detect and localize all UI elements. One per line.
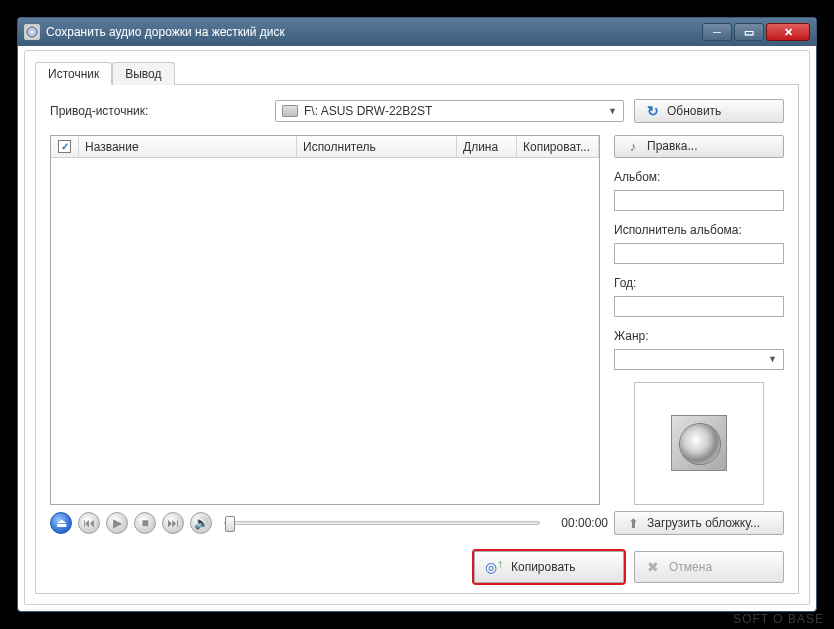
column-artist[interactable]: Исполнитель <box>297 136 457 157</box>
load-cover-button[interactable]: Загрузить обложку... <box>614 511 784 535</box>
tab-output-label: Вывод <box>125 67 161 81</box>
svg-point-1 <box>31 31 34 34</box>
cancel-button-label: Отмена <box>669 560 712 574</box>
titlebar[interactable]: Сохранить аудио дорожки на жесткий диск … <box>18 18 816 46</box>
edit-button-label: Правка... <box>647 139 698 153</box>
column-length[interactable]: Длина <box>457 136 517 157</box>
column-name[interactable]: Название <box>79 136 297 157</box>
year-label: Год: <box>614 276 784 290</box>
source-drive-label: Привод-источник: <box>50 104 265 118</box>
refresh-button-label: Обновить <box>667 104 721 118</box>
tab-source-body: Привод-источник: F\: ASUS DRW-22B2ST ▼ О… <box>35 85 799 594</box>
album-field[interactable] <box>614 190 784 211</box>
seek-slider[interactable] <box>224 521 540 525</box>
minimize-button[interactable]: ─ <box>702 23 732 41</box>
window-title: Сохранить аудио дорожки на жесткий диск <box>46 25 702 39</box>
volume-button[interactable]: 🔊 <box>190 512 212 534</box>
client-area: Источник Вывод Привод-источник: F\: ASUS… <box>24 50 810 605</box>
tab-source-label: Источник <box>48 67 99 81</box>
close-button[interactable]: ✕ <box>766 23 810 41</box>
upload-icon <box>625 515 641 531</box>
source-drive-combo[interactable]: F\: ASUS DRW-22B2ST ▼ <box>275 100 624 122</box>
tab-source[interactable]: Источник <box>35 62 112 85</box>
column-copy[interactable]: Копироват... <box>517 136 599 157</box>
genre-combo[interactable]: ▼ <box>614 349 784 370</box>
app-icon <box>24 24 40 40</box>
copy-button-label: Копировать <box>511 560 576 574</box>
load-cover-label: Загрузить обложку... <box>647 516 760 530</box>
album-label: Альбом: <box>614 170 784 184</box>
app-window: Сохранить аудио дорожки на жесткий диск … <box>17 17 817 612</box>
refresh-button[interactable]: Обновить <box>634 99 784 123</box>
next-button[interactable]: ⏭ <box>162 512 184 534</box>
album-artist-label: Исполнитель альбома: <box>614 223 784 237</box>
track-list-body <box>51 158 599 504</box>
track-list[interactable]: Название Исполнитель Длина Копироват... <box>50 135 600 505</box>
drive-icon <box>282 105 298 117</box>
maximize-button[interactable]: ▭ <box>734 23 764 41</box>
watermark: SOFT O BASE <box>733 612 824 626</box>
genre-label: Жанр: <box>614 329 784 343</box>
cover-art-box <box>634 382 764 505</box>
column-check[interactable] <box>51 136 79 157</box>
album-artist-field[interactable] <box>614 243 784 264</box>
eject-button[interactable]: ⏏ <box>50 512 72 534</box>
seek-thumb[interactable] <box>225 516 235 532</box>
copy-button[interactable]: Копировать <box>474 551 624 583</box>
refresh-icon <box>645 103 661 119</box>
playback-time: 00:00:00 <box>552 516 608 530</box>
edit-button[interactable]: Правка... <box>614 135 784 158</box>
track-list-header: Название Исполнитель Длина Копироват... <box>51 136 599 158</box>
chevron-down-icon: ▼ <box>608 106 617 116</box>
chevron-down-icon: ▼ <box>768 354 777 364</box>
stop-button[interactable]: ■ <box>134 512 156 534</box>
tab-strip: Источник Вывод <box>35 61 799 85</box>
source-drive-value: F\: ASUS DRW-22B2ST <box>304 104 608 118</box>
dialog-buttons: Копировать Отмена <box>474 551 784 583</box>
edit-icon <box>625 138 641 154</box>
year-field[interactable] <box>614 296 784 317</box>
copy-icon <box>485 558 503 576</box>
cancel-icon <box>645 559 661 575</box>
cancel-button[interactable]: Отмена <box>634 551 784 583</box>
playback-bar: ⏏ ⏮ ▶ ■ ⏭ 🔊 00:00:00 Загрузить обложку..… <box>50 511 784 535</box>
tab-output[interactable]: Вывод <box>112 62 174 85</box>
cd-icon <box>671 415 727 471</box>
metadata-panel: Правка... Альбом: Исполнитель альбома: Г… <box>614 135 784 505</box>
select-all-checkbox[interactable] <box>58 140 71 153</box>
prev-button[interactable]: ⏮ <box>78 512 100 534</box>
play-button[interactable]: ▶ <box>106 512 128 534</box>
